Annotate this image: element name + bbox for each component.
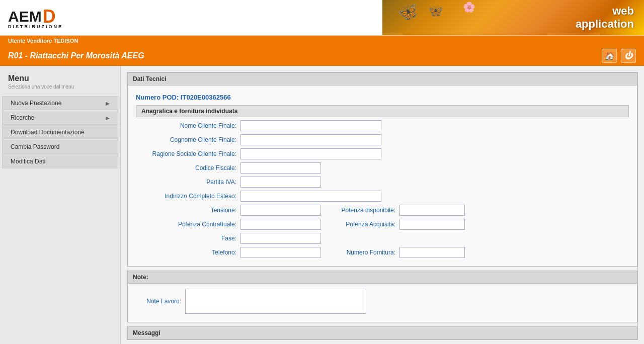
cognome-cliente-input[interactable] [240,134,381,145]
indirizzo-label: Indirizzo Completo Esteso: [136,193,236,200]
user-bar-text: Utente Venditore TEDISON [8,38,78,44]
dati-tecnici-body: Numero POD: IT020E00362566 Anagrafica e … [127,85,637,267]
sidebar-item-label: Cambia Password [11,143,59,150]
header-banner: 🦋 🦋 🌸 web application [121,0,644,35]
sidebar-item-label: Nuova Prestazione [11,100,61,107]
sidebar-item-label: Download Documentazione [11,129,85,136]
sidebar-item-cambia-password[interactable]: Cambia Password [2,140,118,154]
menu-subtitle: Seleziona una voce dal menu [0,84,120,96]
indirizzo-input[interactable] [240,191,381,202]
fase-input[interactable] [240,233,321,244]
header: AEM D DISTRIBUZIONE 🦋 🦋 🌸 web applicatio… [0,0,644,36]
logo-aem-text: AEM [8,8,42,25]
cognome-cliente-row: Cognome Cliente Finale: [136,134,629,145]
nome-cliente-input[interactable] [240,120,381,131]
butterfly-decoration-2: 🦋 [427,3,444,19]
telefono-label: Telefono: [136,249,236,256]
web-app-title: web application [576,5,644,31]
note-lavoro-label: Note Lavoro: [136,298,181,305]
pod-value: IT020E00362566 [181,94,231,101]
anagrafica-subheader: Anagrafica e fornitura individuata [136,105,629,117]
user-bar: Utente Venditore TEDISON [0,36,644,46]
note-lavoro-textarea[interactable] [185,289,366,314]
chevron-right-icon: ▶ [106,115,110,121]
numero-fornitura-input[interactable] [399,247,465,258]
ragione-sociale-input[interactable] [240,148,381,159]
cognome-cliente-label: Cognome Cliente Finale: [136,136,236,143]
butterfly-decoration-1: 🦋 [395,0,420,24]
page-title: R01 - Riattacchi Per Morosità AEEG [8,51,144,60]
logo-distribuzione-text: DISTRIBUZIONE [8,24,63,29]
potenza-disponibile-input[interactable] [399,205,465,216]
sidebar: Menu Seleziona una voce dal menu Nuova P… [0,66,121,344]
logout-button[interactable]: ⏻ [621,49,636,63]
chevron-right-icon: ▶ [106,101,110,106]
sidebar-item-nuova-prestazione[interactable]: Nuova Prestazione ▶ [2,96,118,110]
partita-iva-input[interactable] [240,177,321,188]
tensione-label: Tensione: [136,207,236,214]
header-icons: 🏠 ⏻ [602,49,636,63]
logo: AEM D DISTRIBUZIONE [8,6,63,29]
fase-row: Fase: [136,233,629,244]
power-icon: ⏻ [624,51,632,60]
ragione-sociale-label: Ragione Sociale Cliente Finale: [136,150,236,157]
nome-cliente-row: Nome Cliente Finale: [136,120,629,131]
numero-fornitura-label: Numero Fornitura: [325,249,395,256]
indirizzo-row: Indirizzo Completo Esteso: [136,191,629,202]
page-title-bar: R01 - Riattacchi Per Morosità AEEG 🏠 ⏻ [0,46,644,66]
potenza-contrattuale-input[interactable] [240,219,321,230]
codice-fiscale-row: Codice Fiscale: [136,162,629,174]
sidebar-item-label: Modifica Dati [11,158,45,165]
content-area: Dati Tecnici Numero POD: IT020E00362566 … [121,66,644,344]
pod-number: Numero POD: IT020E00362566 [136,91,629,103]
potenza-disponibile-label: Potenza disponibile: [325,207,395,214]
note-lavoro-row: Note Lavoro: [136,289,629,314]
codice-fiscale-input[interactable] [240,162,321,174]
tensione-potenza-row: Tensione: Potenza disponibile: [136,205,629,216]
header-banner-inner: 🦋 🦋 🌸 web application [382,0,644,35]
ragione-sociale-row: Ragione Sociale Cliente Finale: [136,148,629,159]
sidebar-item-modifica-dati[interactable]: Modifica Dati [2,154,118,168]
home-icon: 🏠 [604,51,614,61]
tensione-input[interactable] [240,205,321,216]
potenza-acquisita-label: Potenza Acquisita: [325,221,395,228]
dati-tecnici-header: Dati Tecnici [127,72,637,85]
partita-iva-label: Partita IVA: [136,179,236,186]
butterfly-decoration-3: 🌸 [463,1,475,13]
telefono-fornitura-row: Telefono: Numero Fornitura: [136,247,629,258]
sidebar-item-download-documentazione[interactable]: Download Documentazione [2,125,118,139]
main-layout: Menu Seleziona una voce dal menu Nuova P… [0,66,644,344]
potenza-contrattuale-row: Potenza Contrattuale: Potenza Acquisita: [136,219,629,230]
messaggi-header: Messaggi [127,326,637,339]
sidebar-item-label: Ricerche [11,114,34,121]
note-header: Note: [127,271,637,284]
logo-area: AEM D DISTRIBUZIONE [0,0,121,35]
home-button[interactable]: 🏠 [602,49,617,63]
dati-tecnici-section: Dati Tecnici Numero POD: IT020E00362566 … [127,72,638,340]
note-body: Note Lavoro: [127,284,637,322]
potenza-acquisita-input[interactable] [399,219,465,230]
partita-iva-row: Partita IVA: [136,177,629,188]
telefono-input[interactable] [240,247,321,258]
potenza-contrattuale-label: Potenza Contrattuale: [136,221,236,228]
nome-cliente-label: Nome Cliente Finale: [136,122,236,129]
fase-label: Fase: [136,235,236,242]
sidebar-item-ricerche[interactable]: Ricerche ▶ [2,111,118,125]
menu-title: Menu [0,72,120,84]
codice-fiscale-label: Codice Fiscale: [136,164,236,171]
